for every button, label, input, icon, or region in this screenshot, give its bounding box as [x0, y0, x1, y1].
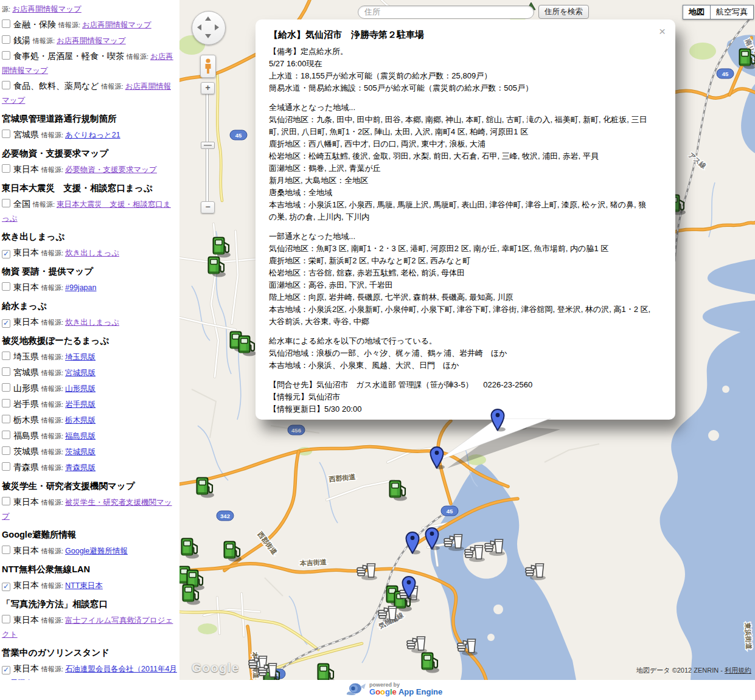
svg-text:456: 456 [291, 427, 301, 434]
gas-station-marker[interactable] [737, 47, 755, 72]
layer-checkbox[interactable] [2, 35, 10, 44]
layer-checkbox[interactable]: ✓ [2, 666, 10, 674]
layer-item: 東日本 情報源: #99japan [2, 280, 178, 294]
layer-label: 宮城県 [13, 130, 41, 139]
map-canvas[interactable]: 西郡街道西郡街道本吉街道本吉街道東浜街道気仙沼線アス線南リアス線 4545453… [179, 0, 755, 680]
layer-checkbox[interactable] [2, 367, 10, 376]
source-link[interactable]: お店再開情報マップ [12, 5, 82, 13]
source-prefix: 情報源: [41, 401, 65, 408]
source-link[interactable]: お店再開情報マップ [82, 21, 151, 29]
zoom-out-button[interactable]: − [201, 201, 215, 213]
source-link[interactable]: 岩手県版 [65, 400, 96, 409]
source-link[interactable]: NTT東日本 [65, 581, 103, 590]
zoom-slider-handle[interactable] [201, 142, 215, 149]
layer-checkbox[interactable] [2, 81, 10, 89]
water-supply-pin[interactable] [404, 531, 421, 558]
section-header: 炊き出しまっぷ [2, 230, 178, 243]
layer-checkbox[interactable] [2, 19, 10, 28]
layer-checkbox[interactable] [2, 431, 10, 439]
layer-label: 東日本 [13, 497, 41, 507]
source-prefix: 情報源: [41, 464, 65, 471]
water-supply-pin[interactable] [489, 408, 506, 435]
meal-service-marker[interactable] [356, 560, 380, 583]
layer-checkbox[interactable] [2, 415, 10, 423]
meal-service-marker[interactable] [456, 636, 481, 659]
layer-label: 食品、飲料、薬局など [13, 81, 102, 91]
pan-control[interactable] [192, 11, 226, 45]
address-search-button[interactable]: 住所を検索 [538, 5, 589, 19]
source-link[interactable]: お店再開情報マップ [57, 36, 126, 45]
gas-station-marker[interactable] [181, 583, 201, 608]
meal-service-marker[interactable] [377, 603, 402, 626]
info-line: 気仙沼地域：浪板の一部、小々汐、梶ヶ浦、鶴ヶ浦、岩井崎 ほか [269, 347, 653, 359]
layer-item: 山形県 情報源: 山形県版 [2, 381, 178, 395]
gas-station-marker[interactable] [237, 334, 257, 359]
layer-checkbox[interactable]: ✓ [2, 583, 10, 591]
layer-checkbox[interactable] [2, 383, 10, 392]
layer-item: 福島県 情報源: 福島県版 [2, 429, 178, 443]
layer-checkbox[interactable]: ✓ [2, 319, 10, 328]
gas-station-marker[interactable] [316, 662, 336, 680]
app-engine-badge[interactable]: powered by Google App Engine [346, 681, 442, 697]
source-prefix: 情報源: [41, 166, 65, 173]
source-link[interactable]: 埼玉県版 [65, 353, 96, 361]
layer-checkbox[interactable] [2, 164, 10, 173]
source-link[interactable]: 青森県版 [65, 463, 96, 472]
layer-checkbox[interactable] [2, 546, 10, 554]
source-link[interactable]: 炊き出しまっぷ [65, 249, 119, 257]
water-supply-pin[interactable] [423, 527, 440, 553]
app-engine-label: Google App Engine [369, 688, 442, 696]
meal-service-marker[interactable] [484, 536, 508, 559]
layer-checkbox[interactable] [2, 615, 10, 623]
section-header: 被災地救援ぽーたるまっぷ [2, 334, 178, 347]
layer-checkbox[interactable] [2, 199, 10, 207]
close-icon[interactable]: × [659, 26, 666, 37]
maptype-map-button[interactable]: 地図 [683, 5, 711, 19]
maptype-satellite-button[interactable]: 航空写真 [711, 5, 754, 19]
layer-checkbox[interactable] [2, 130, 10, 138]
source-link[interactable]: あぐりねっと21 [65, 131, 120, 139]
source-link[interactable]: 炊き出しまっぷ [65, 318, 119, 327]
address-search-input[interactable] [358, 5, 534, 19]
source-link[interactable]: Google避難所情報 [65, 547, 128, 555]
gas-station-marker[interactable] [195, 476, 215, 501]
info-line [269, 94, 653, 102]
info-line: 新月地区, 大島地区：全地区 [269, 175, 653, 187]
terms-link[interactable]: 利用規約 [725, 667, 751, 674]
source-prefix: 情報源: [41, 284, 65, 291]
gas-station-marker[interactable] [222, 539, 243, 564]
layer-checkbox[interactable]: ✓ [2, 250, 10, 258]
layer-item: 食品、飲料、薬局など 情報源: お店再開情報マップ [2, 79, 178, 107]
layer-checkbox[interactable] [2, 51, 10, 60]
svg-text:342: 342 [220, 513, 230, 519]
gas-station-marker[interactable] [206, 255, 227, 280]
meal-service-marker[interactable] [524, 560, 549, 583]
layer-checkbox[interactable] [2, 497, 10, 505]
layer-label: 全国 [13, 199, 33, 209]
source-link[interactable]: #99japan [65, 283, 96, 292]
source-link[interactable]: 宮城県版 [65, 369, 96, 377]
water-supply-pin[interactable] [428, 446, 445, 473]
gas-station-marker[interactable] [388, 479, 408, 504]
source-link[interactable]: 福島県版 [65, 432, 96, 440]
source-link[interactable]: 栃木県版 [65, 416, 96, 425]
svg-text:45: 45 [235, 132, 242, 139]
layer-checkbox[interactable] [2, 462, 10, 471]
source-prefix: 情報源: [41, 369, 65, 376]
zoom-in-button[interactable]: + [201, 82, 215, 94]
meal-service-marker[interactable] [406, 633, 430, 656]
source-link[interactable]: 山形県版 [65, 384, 96, 393]
source-link[interactable]: 必要物資・支援要求マップ [65, 165, 157, 174]
page-footer: powered by Google App Engine [0, 680, 755, 700]
pegman-control[interactable] [200, 55, 216, 78]
source-prefix: 情報源: [41, 385, 65, 392]
layer-checkbox[interactable] [2, 282, 10, 291]
water-supply-pin[interactable] [400, 575, 417, 602]
layer-checkbox[interactable] [2, 352, 10, 360]
layer-checkbox[interactable] [2, 446, 10, 455]
meal-service-marker[interactable] [257, 660, 282, 680]
info-line: 唐桑地域：全地域 [269, 187, 653, 199]
gas-station-marker[interactable] [179, 536, 200, 561]
layer-checkbox[interactable] [2, 399, 10, 407]
source-link[interactable]: 茨城県版 [65, 448, 96, 456]
